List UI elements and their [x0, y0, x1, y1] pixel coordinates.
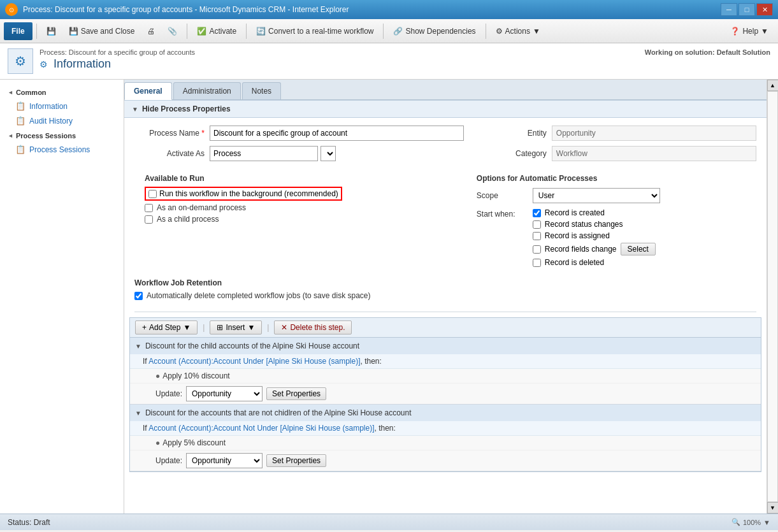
sidebar-item-process-sessions[interactable]: 📋 Process Sessions — [0, 142, 124, 157]
toolbar-separator-1 — [36, 24, 37, 39]
audit-icon: 📋 — [15, 116, 25, 126]
sw-deleted-checkbox[interactable] — [533, 259, 541, 267]
close-button[interactable]: ✕ — [756, 3, 773, 16]
on-demand-checkbox[interactable] — [145, 204, 153, 212]
step-group-2-update-select[interactable]: Opportunity — [186, 453, 263, 468]
sidebar-group-common: Common — [0, 85, 124, 99]
step-group-2-if-link[interactable]: Account (Account):Account Not Under [Alp… — [148, 424, 374, 433]
sw-assigned-label: Record is assigned — [545, 231, 610, 240]
entity-row: Entity Opportunity — [477, 126, 756, 141]
sw-status-checkbox[interactable] — [533, 220, 541, 229]
start-when-section: Start when: Record is created Record sta… — [477, 208, 756, 270]
step-group-1-set-props[interactable]: Set Properties — [266, 387, 326, 400]
sw-assigned-row: Record is assigned — [533, 231, 656, 240]
tab-notes[interactable]: Notes — [242, 82, 281, 99]
print-button[interactable]: 🖨 — [141, 22, 161, 40]
tab-general[interactable]: General — [124, 82, 172, 100]
retention-section: Workflow Job Retention Automatically del… — [124, 276, 767, 309]
section-header[interactable]: ▼ Hide Process Properties — [124, 100, 767, 118]
options-title: Options for Automatic Processes — [477, 174, 756, 183]
retention-label: Automatically delete completed workflow … — [147, 291, 371, 300]
show-deps-button[interactable]: 🔗 Show Dependencies — [387, 22, 481, 40]
activate-as-select[interactable]: ▼ — [321, 146, 336, 161]
activate-icon: ✅ — [197, 27, 206, 36]
maximize-button[interactable]: □ — [738, 3, 755, 16]
window-title: Process: Discount for a specific group o… — [23, 5, 349, 14]
sw-created-row: Record is created — [533, 208, 656, 217]
process-name-field: Discount for a specific group of account — [210, 126, 464, 141]
scroll-up-button[interactable]: ▲ — [767, 80, 779, 91]
save-icon[interactable]: 💾 — [41, 22, 62, 40]
help-button[interactable]: ❓ Help ▼ — [724, 22, 774, 40]
category-label: Category — [477, 149, 547, 158]
activate-as-input[interactable] — [210, 146, 318, 161]
form-right: Entity Opportunity Category Workflow — [477, 126, 756, 166]
sidebar-item-information[interactable]: 📋 Information — [0, 99, 124, 113]
sidebar-item-audit-history[interactable]: 📋 Audit History — [0, 113, 124, 128]
toolbar-separator-3 — [246, 24, 247, 39]
form-left: Process Name Discount for a specific gro… — [134, 126, 477, 166]
sw-created-checkbox[interactable] — [533, 209, 541, 217]
group-2-collapse-icon[interactable]: ▼ — [135, 410, 141, 417]
scroll-down-button[interactable]: ▼ — [767, 502, 779, 514]
actions-chevron-icon: ▼ — [533, 27, 540, 36]
add-step-icon: + — [142, 323, 147, 332]
add-step-chevron-icon: ▼ — [183, 323, 191, 332]
sw-assigned-checkbox[interactable] — [533, 232, 541, 240]
sw-deleted-row: Record is deleted — [533, 258, 656, 267]
toolbar-separator-4 — [383, 24, 384, 39]
activate-as-field: ▼ — [210, 146, 464, 161]
page-header: ⚙ Process: Discount for a specific group… — [0, 43, 778, 80]
entity-field: Opportunity — [552, 126, 756, 141]
actions-button[interactable]: ⚙ Actions ▼ — [490, 22, 546, 40]
minimize-button[interactable]: ─ — [721, 3, 737, 16]
select-button[interactable]: Select — [621, 243, 656, 255]
activate-as-row: Activate As ▼ — [134, 146, 464, 161]
tab-administration[interactable]: Administration — [173, 82, 241, 99]
insert-button[interactable]: ⊞ Insert ▼ — [210, 320, 262, 334]
save-close-button[interactable]: 💾 Save and Close — [63, 22, 141, 40]
group-1-collapse-icon[interactable]: ▼ — [135, 343, 141, 350]
window-controls: ─ □ ✕ — [721, 3, 773, 16]
sw-created-label: Record is created — [545, 208, 605, 217]
help-icon: ❓ — [730, 27, 740, 36]
retention-checkbox-row: Automatically delete completed workflow … — [134, 291, 756, 300]
add-step-button[interactable]: + Add Step ▼ — [135, 320, 198, 334]
retention-checkbox[interactable] — [134, 292, 143, 300]
sw-fields-checkbox[interactable] — [533, 245, 541, 254]
sidebar-group-process-sessions: Process Sessions — [0, 128, 124, 142]
activate-button[interactable]: ✅ Activate — [191, 22, 242, 40]
section-title: Hide Process Properties — [142, 104, 231, 113]
step-container: ▼ Discount for the child accounts of the… — [129, 337, 761, 472]
category-row: Category Workflow — [477, 146, 756, 161]
delete-step-button[interactable]: ✕ Delete this step. — [274, 320, 352, 334]
page-icon: ⚙ — [8, 48, 33, 74]
save-close-icon: 💾 — [69, 27, 78, 36]
child-process-checkbox[interactable] — [145, 215, 153, 224]
step-group-1-if-link[interactable]: Account (Account):Account Under [Alpine … — [148, 357, 360, 366]
step-group-1-update-select[interactable]: Opportunity — [186, 386, 263, 401]
sw-status-row: Record status changes — [533, 220, 656, 229]
process-name-input[interactable]: Discount for a specific group of account — [210, 126, 464, 141]
available-to-run-section: Available to Run Run this workflow in th… — [124, 174, 767, 276]
group-1-title: Discount for the child accounts of the A… — [145, 341, 359, 350]
delete-icon: ✕ — [281, 323, 287, 332]
step-group-2-header: ▼ Discount for the accounts that are not… — [130, 405, 761, 421]
sw-status-label: Record status changes — [545, 220, 623, 229]
sw-fields-label: Record fields change — [545, 245, 617, 254]
retention-header: Workflow Job Retention — [134, 278, 756, 287]
process-name-row: Process Name Discount for a specific gro… — [134, 126, 464, 141]
page-title: ⚙ Information — [40, 57, 195, 71]
step-group-2-set-props[interactable]: Set Properties — [266, 454, 326, 467]
activate-as-label: Activate As — [134, 149, 205, 158]
app-icon: ⊙ — [5, 3, 18, 16]
page-title-icon: ⚙ — [40, 59, 48, 69]
background-checkbox-label: Run this workflow in the background (rec… — [159, 189, 338, 198]
deps-icon: 🔗 — [393, 27, 403, 36]
process-name-label: Process Name — [134, 129, 205, 138]
attach-button[interactable]: 📎 — [162, 22, 183, 40]
file-button[interactable]: File — [4, 22, 32, 40]
convert-button[interactable]: 🔄 Convert to a real-time workflow — [250, 22, 379, 40]
scope-select[interactable]: User — [533, 188, 660, 203]
background-checkbox[interactable] — [148, 190, 157, 198]
